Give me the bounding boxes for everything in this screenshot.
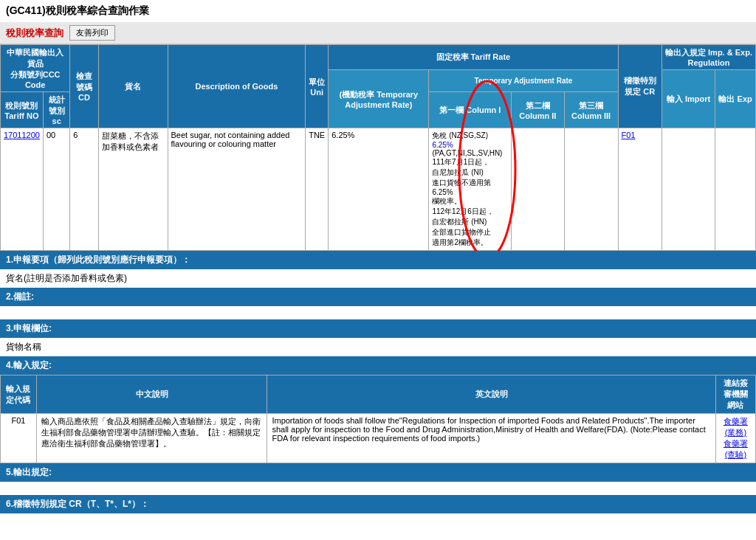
col-ii-cell (512, 128, 565, 251)
s4-col3-header: 英文說明 (267, 375, 715, 414)
import-reg-cell (662, 128, 715, 251)
s4-col1-header: 輸入規定代碼 (1, 375, 37, 414)
print-button[interactable]: 友善列印 (69, 25, 115, 41)
stat-no-header: 統計號別 sc (43, 92, 69, 128)
import-reg-row: F01 輸入商品應依照「食品及相關產品輸入查驗辦法」規定，向衛生福利部食品藥物管… (1, 414, 756, 463)
cd-header: 檢查號碼 CD (70, 45, 98, 128)
tariff-rate-header: 固定稅率 Tariff Rate (329, 45, 618, 70)
table-row: 17011200 00 6 甜菜糖，不含添加香料或色素者 Beet sugar,… (1, 128, 756, 251)
temp-rate-cell: 免稅 (NZ,SG,SZ)6.25%(PA,GT,NI,SL,SV,HN)111… (429, 128, 512, 251)
goods-zh-cell: 甜菜糖，不含添加香料或色素者 (98, 128, 168, 251)
s4-zh-cell: 輸入商品應依照「食品及相關產品輸入查驗辦法」規定，向衛生福利部食品藥物管理署申請… (36, 414, 267, 463)
export-reg-cell (715, 128, 756, 251)
section3-header: 3.申報欄位: (0, 319, 756, 338)
section3-content: 貨物名稱 (0, 338, 756, 356)
stat-no-cell: 00 (43, 128, 69, 251)
section5-content (0, 482, 756, 495)
temp-adj-sub-header: Temporary Adjustment Rate (429, 70, 618, 92)
fda-inspect-link[interactable]: 食藥署(查驗) (724, 439, 748, 459)
section4-header: 4.輸入規定: (0, 356, 756, 375)
goods-zh-header: 貨名 (98, 45, 168, 128)
section4-content: 輸入規定代碼 中文說明 英文說明 連結簽審機關網站 F01 輸入商品應依照「食品… (0, 375, 756, 463)
s4-code-cell: F01 (1, 414, 37, 463)
page-title: (GC411)稅則稅率綜合查詢作業 (0, 0, 756, 22)
section1-content: 貨名(註明是否添加香料或色素) (0, 269, 756, 288)
temp-rate-text: 免稅 (NZ,SG,SZ)6.25%(PA,GT,NI,SL,SV,HN)111… (432, 131, 508, 248)
tariff-no-header: 稅則號別 Tariff NO (1, 92, 44, 128)
s4-col2-header: 中文說明 (36, 375, 267, 414)
section6-header: 6.稽徵特別規定 CR（T、T*、L*）： (0, 495, 756, 513)
s4-link-cell: 食藥署(業務) 食藥署(查驗) (715, 414, 755, 463)
col-ii-header: 第二欄 Column II (512, 92, 565, 128)
tariff-no-cell[interactable]: 17011200 (1, 128, 44, 251)
s4-en-cell: Importation of foods shall follow the"Re… (267, 414, 715, 463)
section1-header: 1.申報要項（歸列此稅則號別應行申報要項）： (0, 251, 756, 269)
temp-adj-header: (機動稅率 Temporary Adjustment Rate) (329, 70, 429, 128)
unit-cell: TNE (306, 128, 329, 251)
export-header: 輸出 Exp (715, 70, 756, 128)
cr-cell[interactable]: F01 (618, 128, 662, 251)
main-table: 中華民國輸出入貨品 分類號列CCC Code 檢查號碼 CD 貨名 Descri… (0, 44, 756, 251)
cr-header: 稽徵特別規定 CR (618, 45, 662, 128)
section5-header: 5.輸出規定: (0, 463, 756, 482)
section2-header: 2.備註: (0, 288, 756, 306)
cd-cell: 6 (70, 128, 98, 251)
col-i-header: 第一欄 Column I (429, 92, 512, 128)
s4-col4-header: 連結簽審機關網站 (715, 375, 755, 414)
goods-en-header: Description of Goods (168, 45, 306, 128)
unit-header: 單位 Uni (306, 45, 329, 128)
ccc-code-header: 中華民國輸出入貨品 分類號列CCC Code (1, 45, 70, 92)
goods-en-cell: Beet sugar, not containing added flavour… (168, 128, 306, 251)
section6-content (0, 513, 756, 527)
toolbar-label: 稅則稅率查詢 (6, 27, 63, 40)
rate-cell: 6.25% (329, 128, 429, 251)
fda-business-link[interactable]: 食藥署(業務) (724, 417, 748, 437)
main-table-wrap: 中華民國輸出入貨品 分類號列CCC Code 檢查號碼 CD 貨名 Descri… (0, 44, 756, 251)
imp-exp-header: 輸出入規定 Imp. & Exp. Regulation (662, 45, 755, 70)
section2-content (0, 306, 756, 319)
toolbar: 稅則稅率查詢 友善列印 (0, 22, 756, 44)
col-iii-header: 第三欄 Column III (564, 92, 618, 128)
import-header: 輸入 Import (662, 70, 715, 128)
sections: 1.申報要項（歸列此稅則號別應行申報要項）： 貨名(註明是否添加香料或色素) 2… (0, 251, 756, 527)
col-iii-cell (564, 128, 618, 251)
import-reg-table: 輸入規定代碼 中文說明 英文說明 連結簽審機關網站 F01 輸入商品應依照「食品… (0, 375, 756, 463)
